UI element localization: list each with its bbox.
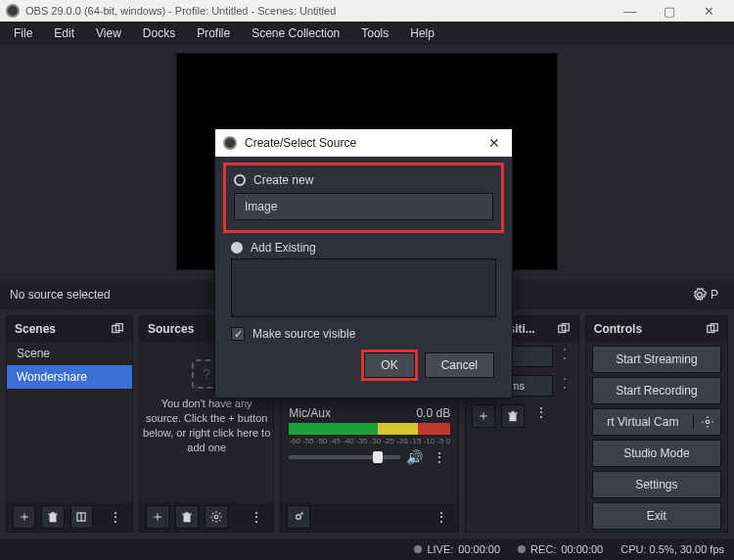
create-new-group: Create new Image [223,163,504,233]
exit-button[interactable]: Exit [592,502,721,530]
svg-point-6 [214,515,218,519]
ok-button[interactable]: OK [364,352,414,378]
remove-source-button[interactable] [175,505,199,529]
mixer-more-icon[interactable]: ⋮ [431,509,452,525]
svg-point-8 [301,512,303,514]
create-new-radio[interactable]: Create new [234,173,493,187]
menu-view[interactable]: View [86,24,131,42]
menu-profile[interactable]: Profile [187,24,240,42]
duration-spinner[interactable]: ˄˅ [557,375,573,397]
source-properties-button[interactable]: P [687,288,724,302]
radio-unselected-icon [234,174,246,186]
rec-time: 00:00:00 [561,543,603,555]
popout-icon[interactable] [706,322,719,336]
start-streaming-button[interactable]: Start Streaming [592,346,721,373]
sources-title: Sources [148,322,194,336]
menu-docks[interactable]: Docks [133,24,185,42]
source-name-input[interactable]: Image [234,193,493,220]
maximize-button[interactable]: ▢ [650,0,689,22]
studio-mode-button[interactable]: Studio Mode [592,440,721,467]
volume-slider[interactable] [289,455,400,459]
menu-help[interactable]: Help [400,24,444,42]
menu-tools[interactable]: Tools [351,24,398,42]
make-visible-checkbox[interactable]: ✓ Make source visible [231,327,496,341]
existing-sources-list[interactable] [231,258,496,317]
checkbox-checked-icon: ✓ [231,327,245,341]
scene-item-selected[interactable]: Wondershare [7,365,132,389]
menu-file[interactable]: File [4,24,42,42]
svg-point-7 [297,515,301,520]
virtual-cam-settings-icon[interactable] [693,415,720,429]
scene-item[interactable]: Scene [7,342,132,365]
obs-logo-icon [6,4,20,18]
controls-dock: Controls Start Streaming Start Recording… [585,315,728,533]
rec-indicator-icon [518,545,526,553]
add-existing-radio[interactable]: Add Existing [231,241,504,255]
svg-point-13 [706,420,710,424]
popout-icon[interactable] [557,322,571,336]
live-time: 00:00:00 [458,543,500,555]
remove-scene-button[interactable] [41,505,64,529]
controls-title: Controls [594,322,642,336]
window-titlebar: OBS 29.0.0 (64-bit, windows) - Profile: … [0,0,734,22]
start-recording-button[interactable]: Start Recording [592,377,721,404]
radio-selected-icon [231,242,243,254]
menu-scene-collection[interactable]: Scene Collection [242,24,349,42]
add-scene-button[interactable]: ＋ [13,505,35,529]
close-button[interactable]: ✕ [689,0,728,22]
sources-more-icon[interactable]: ⋮ [246,509,267,525]
mixer-channel-level: 0.0 dB [416,406,450,420]
audio-meter [289,423,450,435]
popout-icon[interactable] [111,322,124,336]
create-source-dialog: Create/Select Source ✕ Create new Image … [214,128,513,398]
status-bar: LIVE: 00:00:00 REC: 00:00:00 CPU: 0.5%, … [0,538,734,560]
add-transition-button[interactable]: ＋ [472,404,495,428]
minimize-button[interactable]: — [611,0,650,22]
transition-spinner[interactable]: ˄˅ [557,346,573,367]
gear-icon [693,288,707,302]
mixer-settings-button[interactable] [287,505,310,529]
settings-button[interactable]: Settings [592,471,721,498]
window-title: OBS 29.0.0 (64-bit, windows) - Profile: … [25,5,611,17]
menu-edit[interactable]: Edit [44,24,84,42]
scenes-title: Scenes [15,322,56,336]
virtual-cam-button[interactable]: rt Virtual Cam [592,408,721,436]
scenes-more-icon[interactable]: ⋮ [105,509,126,525]
remove-transition-button[interactable] [501,404,525,428]
audio-ticks: -60-55-50-45-40-35-30-25-20-15-10-50 [289,437,450,445]
mixer-channel-name: Mic/Aux [289,406,331,420]
obs-logo-icon [223,136,237,150]
source-properties-button[interactable] [205,505,228,529]
cancel-button[interactable]: Cancel [425,352,494,378]
dialog-title: Create/Select Source [245,136,484,150]
dialog-close-button[interactable]: ✕ [484,135,504,151]
live-indicator-icon [414,545,422,553]
scene-filter-button[interactable] [70,505,93,529]
no-source-text: No source selected [10,288,111,302]
empty-sources-text: You don't have any source. Click the + b… [140,397,273,454]
transitions-more-icon[interactable]: ⋮ [530,404,552,428]
scenes-dock: Scenes Scene Wondershare ＋ ⋮ [6,315,133,533]
menu-bar: File Edit View Docks Profile Scene Colle… [0,22,734,45]
add-source-button[interactable]: ＋ [146,505,169,529]
cpu-status: CPU: 0.5%, 30.00 fps [620,543,724,555]
mixer-channel-more-icon[interactable]: ⋮ [429,449,450,465]
speaker-icon[interactable]: 🔊 [406,449,423,465]
